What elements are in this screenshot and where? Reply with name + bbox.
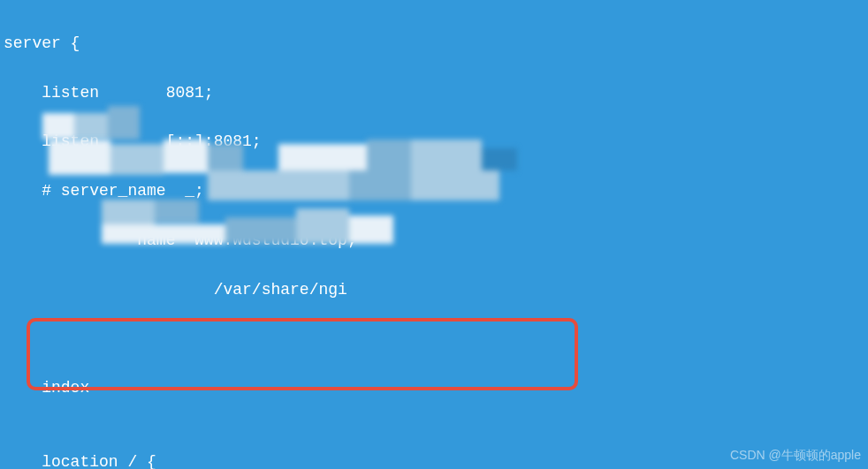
code-line: listen 8081; bbox=[0, 81, 868, 106]
code-line: /var/share/ngi bbox=[0, 278, 868, 303]
code-line: index bbox=[0, 376, 868, 401]
redaction-block-3 bbox=[102, 200, 482, 244]
watermark: CSDN @牛顿顿的apple bbox=[730, 446, 861, 465]
redaction-block-1 bbox=[42, 106, 140, 141]
redaction-block-2 bbox=[49, 140, 579, 201]
code-line: server { bbox=[0, 32, 868, 57]
